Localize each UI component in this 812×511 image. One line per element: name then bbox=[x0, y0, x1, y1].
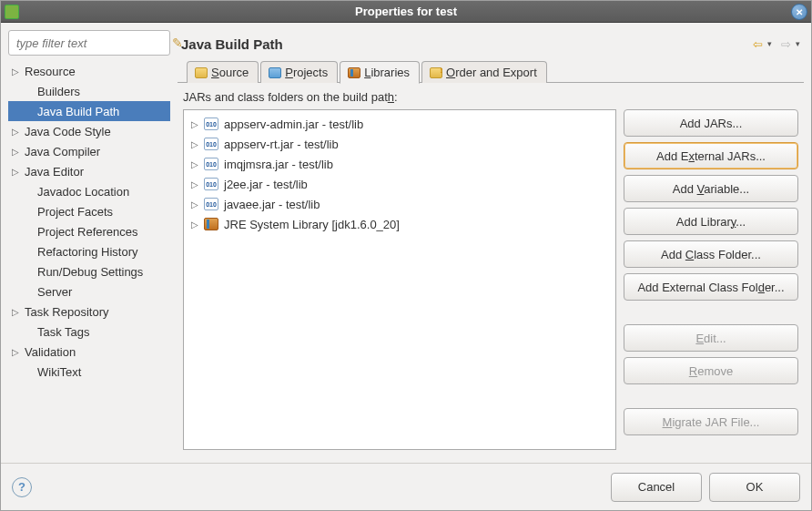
sidebar-item-validation[interactable]: ▷Validation bbox=[8, 342, 170, 362]
expand-arrow-icon[interactable]: ▷ bbox=[191, 220, 204, 230]
add-library-button[interactable]: Add Library... bbox=[624, 208, 798, 235]
jar-row[interactable]: ▷010j2ee.jar - test/lib bbox=[186, 174, 614, 194]
sidebar-item-project-references[interactable]: Project References bbox=[8, 221, 170, 241]
forward-menu-icon[interactable]: ▾ bbox=[796, 39, 800, 48]
folder-icon bbox=[195, 67, 208, 78]
sidebar-item-label: Server bbox=[37, 285, 72, 299]
sidebar-item-java-code-style[interactable]: ▷Java Code Style bbox=[8, 121, 170, 141]
expand-arrow-icon[interactable]: ▷ bbox=[12, 66, 25, 77]
sidebar-item-run-debug-settings[interactable]: Run/Debug Settings bbox=[8, 261, 170, 281]
sidebar-item-resource[interactable]: ▷Resource bbox=[8, 61, 170, 81]
dialog-body: ✎ ▷ResourceBuildersJava Build Path▷Java … bbox=[1, 23, 811, 463]
page-title: Java Build Path bbox=[181, 36, 749, 52]
window-title: Properties for test bbox=[355, 5, 457, 18]
filter-box[interactable]: ✎ bbox=[8, 30, 170, 56]
expand-arrow-icon[interactable]: ▷ bbox=[12, 147, 25, 157]
back-icon[interactable]: ⇦ bbox=[749, 36, 766, 52]
add-jars-button[interactable]: Add JARs... bbox=[624, 109, 798, 137]
tab-source[interactable]: Source bbox=[187, 61, 259, 83]
close-icon[interactable]: ✕ bbox=[791, 4, 807, 20]
tab-libraries[interactable]: Libraries bbox=[340, 61, 420, 84]
lib-icon bbox=[348, 67, 360, 78]
add-external-jars-button[interactable]: Add External JARs... bbox=[624, 142, 798, 169]
expand-arrow-icon[interactable]: ▷ bbox=[191, 159, 204, 169]
expand-arrow-icon[interactable]: ▷ bbox=[12, 167, 25, 177]
sidebar-item-label: Task Tags bbox=[37, 325, 90, 339]
sidebar-item-java-editor[interactable]: ▷Java Editor bbox=[8, 161, 170, 181]
filter-input[interactable] bbox=[15, 36, 172, 51]
jar-row[interactable]: ▷010appserv-admin.jar - test/lib bbox=[186, 114, 614, 134]
jre-library-icon bbox=[204, 218, 218, 230]
sidebar-item-task-tags[interactable]: Task Tags bbox=[8, 322, 170, 342]
sidebar-item-label: Java Compiler bbox=[25, 145, 100, 158]
back-menu-icon[interactable]: ▾ bbox=[767, 39, 772, 48]
sidebar-item-label: Task Repository bbox=[25, 305, 108, 319]
sidebar-item-java-compiler[interactable]: ▷Java Compiler bbox=[8, 141, 170, 161]
main-panel: Java Build Path ⇦ ▾ ⇨ ▾ SourceProjectsLi… bbox=[178, 30, 804, 455]
cancel-button[interactable]: Cancel bbox=[611, 473, 702, 502]
sidebar-item-refactoring-history[interactable]: Refactoring History bbox=[8, 241, 170, 261]
sidebar-item-builders[interactable]: Builders bbox=[8, 81, 170, 101]
jar-row[interactable]: ▷JRE System Library [jdk1.6.0_20] bbox=[186, 214, 614, 234]
app-icon bbox=[5, 5, 19, 19]
expand-arrow-icon[interactable]: ▷ bbox=[191, 139, 204, 149]
sidebar: ✎ ▷ResourceBuildersJava Build Path▷Java … bbox=[8, 30, 170, 455]
expand-arrow-icon[interactable]: ▷ bbox=[191, 199, 204, 210]
jar-icon: 010 bbox=[204, 198, 218, 210]
add-class-folder-button[interactable]: Add Class Folder... bbox=[624, 240, 798, 268]
properties-dialog: Properties for test ✕ ✎ ▷ResourceBuilder… bbox=[0, 0, 812, 511]
order-icon bbox=[430, 67, 442, 78]
nav-tree: ▷ResourceBuildersJava Build Path▷Java Co… bbox=[8, 61, 170, 455]
sidebar-item-label: Java Editor bbox=[25, 165, 84, 179]
sidebar-item-javadoc-location[interactable]: Javadoc Location bbox=[8, 181, 170, 201]
tab-order-and-export[interactable]: Order and Export bbox=[421, 61, 547, 83]
tab-label: Order and Export bbox=[446, 66, 537, 79]
add-variable-button[interactable]: Add Variable... bbox=[624, 175, 798, 202]
sidebar-item-label: Builders bbox=[37, 85, 80, 98]
jar-label: appserv-rt.jar - test/lib bbox=[224, 138, 339, 151]
sidebar-item-label: Refactoring History bbox=[37, 245, 138, 259]
proj-icon bbox=[269, 67, 281, 78]
sidebar-item-label: Project Facets bbox=[37, 205, 113, 219]
forward-icon: ⇨ bbox=[777, 36, 794, 52]
tab-strip: SourceProjectsLibrariesOrder and Export bbox=[178, 57, 804, 83]
add-external-class-folder-button[interactable]: Add External Class Folder... bbox=[624, 273, 798, 301]
sidebar-item-label: Java Build Path bbox=[37, 105, 119, 118]
jar-row[interactable]: ▷010appserv-rt.jar - test/lib bbox=[186, 134, 614, 154]
jar-label: javaee.jar - test/lib bbox=[224, 198, 320, 211]
migrate-jar-button: Migrate JAR File... bbox=[624, 408, 798, 435]
tab-label: Projects bbox=[285, 66, 328, 79]
sidebar-item-server[interactable]: Server bbox=[8, 281, 170, 301]
sidebar-item-task-repository[interactable]: ▷Task Repository bbox=[8, 301, 170, 322]
tab-projects[interactable]: Projects bbox=[260, 61, 338, 83]
expand-arrow-icon[interactable]: ▷ bbox=[12, 347, 25, 357]
sidebar-item-label: WikiText bbox=[37, 365, 81, 379]
main-header: Java Build Path ⇦ ▾ ⇨ ▾ bbox=[178, 30, 804, 57]
expand-arrow-icon[interactable]: ▷ bbox=[12, 307, 25, 317]
sidebar-item-label: Java Code Style bbox=[25, 125, 111, 138]
expand-arrow-icon[interactable]: ▷ bbox=[191, 179, 204, 189]
jar-icon: 010 bbox=[204, 118, 218, 130]
titlebar: Properties for test ✕ bbox=[1, 1, 811, 23]
sidebar-item-label: Run/Debug Settings bbox=[37, 265, 143, 279]
jar-icon: 010 bbox=[204, 178, 218, 190]
expand-arrow-icon[interactable]: ▷ bbox=[191, 119, 204, 129]
button-column: Add JARs... Add External JARs... Add Var… bbox=[624, 109, 798, 450]
section-label: JARs and class folders on the build path… bbox=[183, 90, 798, 104]
libraries-tab-content: JARs and class folders on the build path… bbox=[178, 83, 804, 455]
jar-row[interactable]: ▷010javaee.jar - test/lib bbox=[186, 194, 614, 214]
dialog-footer: ? Cancel OK bbox=[1, 463, 811, 510]
help-icon[interactable]: ? bbox=[12, 477, 32, 497]
sidebar-item-wikitext[interactable]: WikiText bbox=[8, 362, 170, 382]
sidebar-item-project-facets[interactable]: Project Facets bbox=[8, 201, 170, 221]
sidebar-item-java-build-path[interactable]: Java Build Path bbox=[8, 101, 170, 121]
sidebar-item-label: Validation bbox=[25, 345, 76, 359]
jar-icon: 010 bbox=[204, 158, 218, 170]
edit-button: Edit... bbox=[624, 324, 798, 352]
jar-icon: 010 bbox=[204, 138, 218, 150]
expand-arrow-icon[interactable]: ▷ bbox=[12, 127, 25, 137]
jar-row[interactable]: ▷010imqjmsra.jar - test/lib bbox=[186, 154, 614, 174]
jar-list[interactable]: ▷010appserv-admin.jar - test/lib▷010apps… bbox=[183, 109, 616, 450]
jar-label: JRE System Library [jdk1.6.0_20] bbox=[224, 218, 400, 231]
ok-button[interactable]: OK bbox=[709, 473, 800, 502]
